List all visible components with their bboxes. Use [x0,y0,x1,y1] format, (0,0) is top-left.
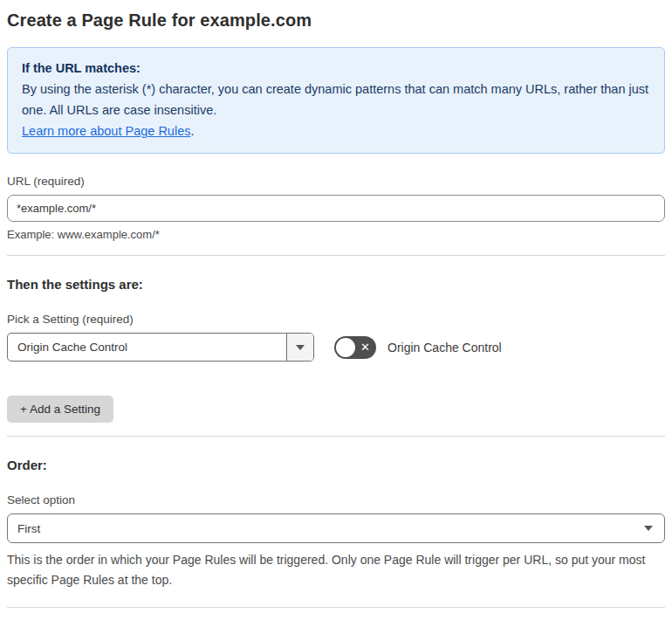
toggle-label: Origin Cache Control [387,341,502,355]
divider [7,607,665,608]
order-select-value: First [17,522,40,535]
setting-select-caret-button[interactable] [286,334,313,361]
divider [7,255,665,256]
toggle-off-x-icon: ✕ [360,341,370,353]
url-example-helper: Example: www.example.com/* [7,228,665,241]
learn-more-link[interactable]: Learn more about Page Rules [22,124,190,138]
settings-section-heading: Then the settings are: [7,277,665,292]
chevron-down-icon [644,526,653,531]
info-box-body: By using the asterisk (*) character, you… [22,79,650,121]
setting-select-value: Origin Cache Control [8,334,286,361]
add-setting-button[interactable]: + Add a Setting [7,396,113,423]
link-suffix: . [190,124,194,138]
url-match-info-box: If the URL matches: By using the asteris… [7,47,665,154]
info-box-heading: If the URL matches: [22,58,650,79]
chevron-down-icon [296,345,305,350]
info-box-link-line: Learn more about Page Rules. [22,121,650,141]
order-select[interactable]: First [7,513,665,543]
divider [7,436,665,437]
origin-cache-control-toggle[interactable]: ✕ [334,336,376,359]
url-input[interactable] [7,195,665,222]
setting-row: Origin Cache Control ✕ Origin Cache Cont… [7,333,665,362]
order-section-heading: Order: [7,458,665,472]
setting-select[interactable]: Origin Cache Control [7,333,314,362]
order-helper-text: This is the order in which your Page Rul… [7,550,665,590]
order-select-label: Select option [7,493,665,506]
page-title: Create a Page Rule for example.com [7,10,665,31]
create-page-rule-form: Create a Page Rule for example.com If th… [0,0,672,620]
toggle-knob [336,338,355,357]
url-field-label: URL (required) [7,175,665,188]
pick-setting-label: Pick a Setting (required) [7,313,665,326]
